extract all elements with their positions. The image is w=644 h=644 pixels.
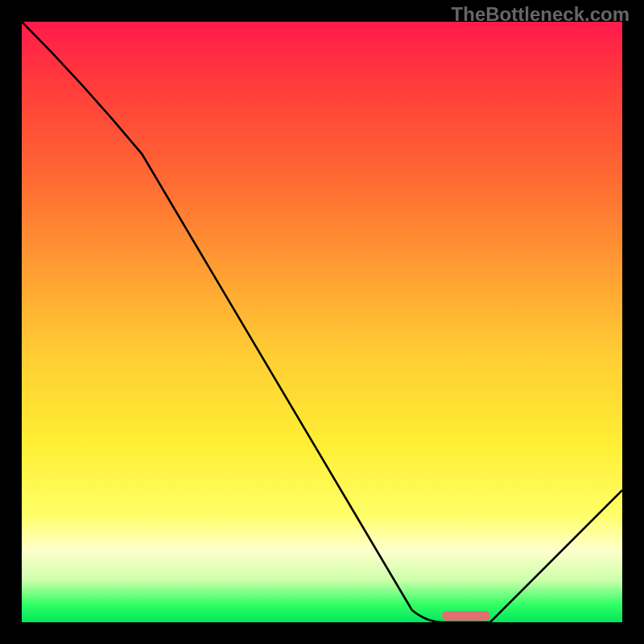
chart-marker [442,611,490,621]
chart-gradient-area [22,22,622,622]
watermark-text: TheBottleneck.com [452,3,630,26]
